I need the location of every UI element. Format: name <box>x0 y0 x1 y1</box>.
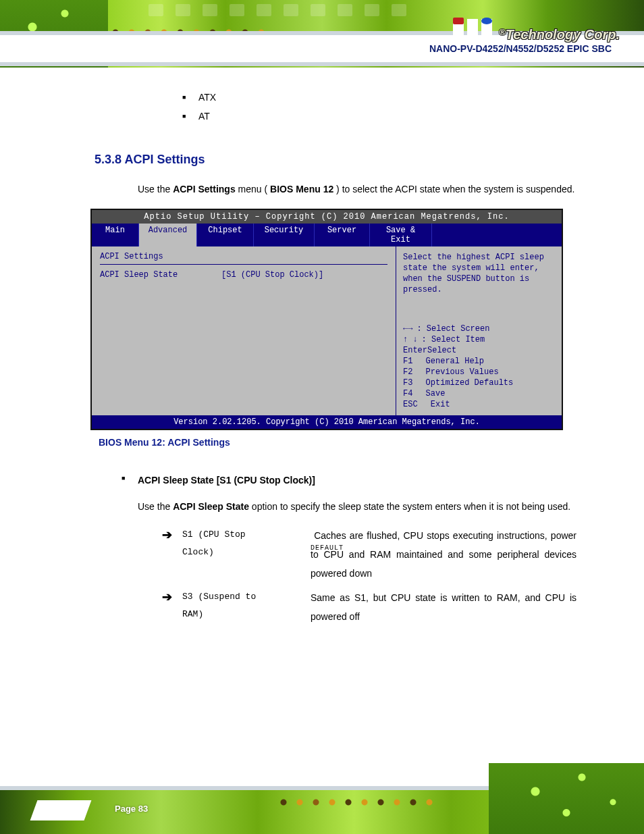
key-f4-text: Save <box>426 388 446 399</box>
option-block: ACPI Sleep State [S1 (CPU Stop Clock)] U… <box>122 475 576 626</box>
bios-screenshot: Aptio Setup Utility – Copyright (C) 2010… <box>90 209 563 430</box>
page-content: ATX AT 5.3.8 ACPI Settings Use the ACPI … <box>0 81 644 753</box>
section-title: ACPI Settings <box>124 153 205 166</box>
opt-desc-bold: ACPI Sleep State <box>173 501 249 512</box>
key-f3-sym: F3 <box>403 377 412 388</box>
arrow-right-icon: ➔ <box>162 526 182 544</box>
key-f4-sym: F4 <box>403 388 412 399</box>
bios-tab-server[interactable]: Server <box>315 224 370 246</box>
header-pcb-art <box>0 0 108 68</box>
brand-text: ®Technology Corp. <box>499 27 620 43</box>
page-number-badge <box>34 800 88 820</box>
bios-tab-chipset[interactable]: Chipset <box>197 224 254 246</box>
bios-setting-row[interactable]: ACPI Sleep State [S1 (CPU Stop Clock)] <box>100 270 387 280</box>
option-expl-s1: Caches are flushed, CPU stops executing … <box>311 526 576 583</box>
brand-name: Technology Corp. <box>506 27 620 42</box>
key-ud-icon: ↑ ↓ <box>403 334 418 345</box>
opt-s1-label-b: Clock) <box>182 547 214 557</box>
bullet-atx: ATX <box>182 88 576 107</box>
opt-s3-label-a: S3 (Suspend to <box>182 592 256 602</box>
intro-menu-name: ACPI Settings <box>173 184 236 194</box>
option-label-s1: S1 (CPU Stop Clock) <box>182 526 311 561</box>
opt-s1-label-a: S1 (CPU Stop <box>182 529 246 540</box>
intro-menu-ref: BIOS Menu 12 <box>270 184 333 194</box>
key-f2-sym: F2 <box>403 367 412 377</box>
option-label-s3: S3 (Suspend to RAM) <box>182 588 311 623</box>
footer-pcb-art <box>489 763 644 834</box>
bios-tab-security[interactable]: Security <box>254 224 315 246</box>
intro-mid: menu ( <box>238 184 268 194</box>
bios-tab-spacer <box>432 224 562 246</box>
section-heading: 5.3.8 ACPI Settings <box>95 153 576 167</box>
intro-paragraph: Use the ACPI Settings menu ( BIOS Menu 1… <box>138 179 576 199</box>
bios-right-pane: Select the highest ACPI sleep state the … <box>396 246 562 415</box>
bios-left-pane: ACPI Settings ACPI Sleep State [S1 (CPU … <box>92 246 396 415</box>
option-table: ➔ S1 (CPU Stop Clock) Caches are flushed… <box>162 526 576 626</box>
option-expl-s3: Same as S1, but CPU state is written to … <box>311 588 576 626</box>
key-f3-text: Optimized Defaults <box>426 377 514 388</box>
bios-tab-advanced[interactable]: Advanced <box>139 224 197 246</box>
key-f2-text: Previous Values <box>426 367 499 377</box>
opt-desc-pre: Use the <box>138 501 173 512</box>
bios-key-legend: ←→: Select Screen ↑ ↓: Select Item Enter… <box>403 323 555 410</box>
bios-setting-key: ACPI Sleep State <box>100 270 221 280</box>
page-number-label: Page 83 <box>115 804 148 814</box>
opt-s3-label-b: RAM) <box>182 609 203 619</box>
opt-desc-post: option to specify the sleep state the sy… <box>252 501 570 512</box>
registered-mark: ® <box>499 27 506 37</box>
key-esc-sym: ESC <box>403 399 418 410</box>
bios-help-text: Select the highest ACPI sleep state the … <box>403 252 555 295</box>
option-heading: ACPI Sleep State [S1 (CPU Stop Clock)] <box>122 475 576 486</box>
header-notches <box>149 4 489 16</box>
bios-body: ACPI Settings ACPI Sleep State [S1 (CPU … <box>92 246 562 415</box>
option-description: Use the ACPI Sleep State option to speci… <box>138 496 576 517</box>
bullet-at: AT <box>182 107 576 126</box>
key-lr-icon: ←→ <box>403 323 412 334</box>
key-f1-text: General Help <box>426 356 484 367</box>
bios-title-bar: Aptio Setup Utility – Copyright (C) 2010… <box>92 210 562 224</box>
bios-left-rule <box>100 264 387 265</box>
option-row-s3: ➔ S3 (Suspend to RAM) Same as S1, but CP… <box>162 588 576 626</box>
key-lr-text: : Select Screen <box>417 323 489 334</box>
bios-left-heading: ACPI Settings <box>100 252 387 261</box>
footer-banner <box>0 763 644 834</box>
key-ud-text: : Select Item <box>422 334 485 345</box>
doc-title: NANO-PV-D4252/N4552/D5252 EPIC SBC <box>429 43 612 54</box>
intro-pre: Use the <box>138 184 173 194</box>
key-enter: EnterSelect <box>403 345 456 356</box>
arrow-right-icon: ➔ <box>162 588 182 606</box>
bios-setting-value: [S1 (CPU Stop Clock)] <box>221 270 323 280</box>
section-number: 5.3.8 <box>95 153 122 166</box>
key-f1-sym: F1 <box>403 356 412 367</box>
bios-tab-main[interactable]: Main <box>92 224 139 246</box>
bios-tab-saveexit[interactable]: Save & Exit <box>370 224 432 246</box>
option-row-s1: ➔ S1 (CPU Stop Clock) Caches are flushed… <box>162 526 576 583</box>
key-esc-text: Exit <box>431 399 450 410</box>
header-dot-strip <box>111 27 361 38</box>
top-bullet-list: ATX AT <box>182 88 576 126</box>
bios-footer: Version 2.02.1205. Copyright (C) 2010 Am… <box>92 415 562 429</box>
bios-caption: BIOS Menu 12: ACPI Settings <box>99 437 576 448</box>
intro-post: ) to select the ACPI state when the syst… <box>336 184 574 194</box>
bios-tab-row: Main Advanced Chipset Security Server Sa… <box>92 224 562 246</box>
